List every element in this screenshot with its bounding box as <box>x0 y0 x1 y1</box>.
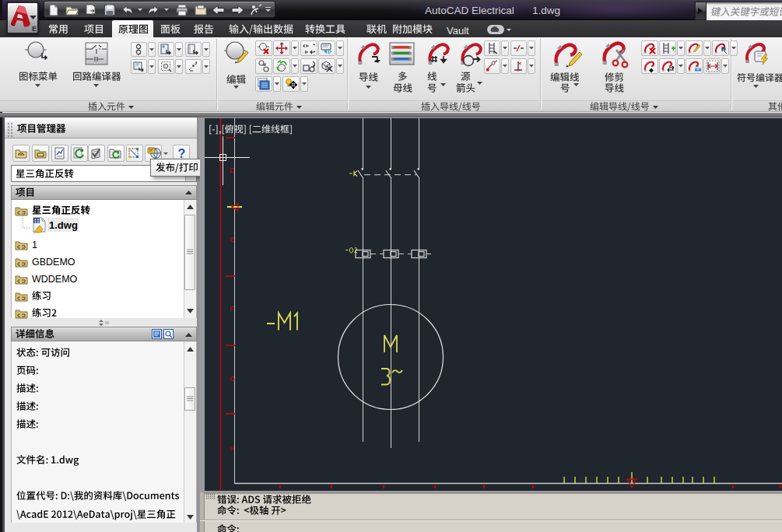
svg-text:D: D <box>230 166 235 174</box>
svg-text:F: F <box>230 305 234 313</box>
svg-text:H: H <box>230 445 235 453</box>
svg-text:G: G <box>230 375 235 383</box>
svg-text:E: E <box>230 236 234 243</box>
